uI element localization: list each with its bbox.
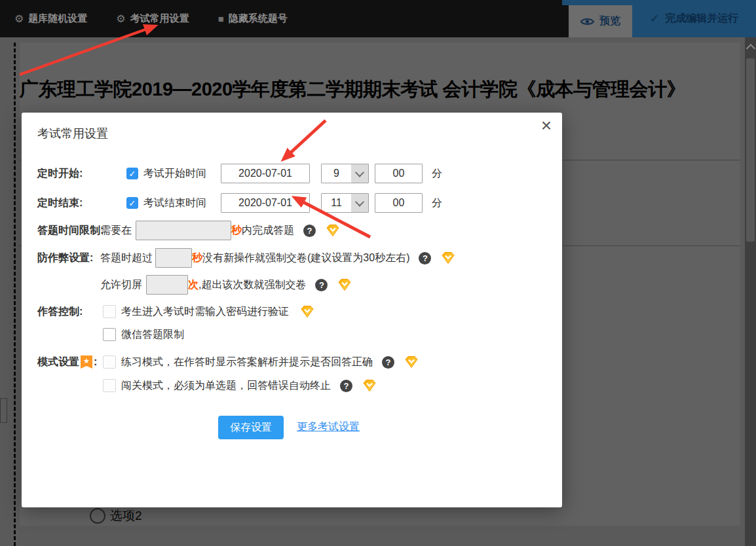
close-icon[interactable]: × <box>541 117 552 135</box>
finish-label: 完成编辑并运行 <box>665 12 738 26</box>
row-label: 作答控制: <box>37 303 83 320</box>
end-date-input[interactable] <box>221 193 310 213</box>
exam-settings-modal: 考试常用设置 × 定时开始: ✓ 考试开始时间 9 分 定时结束: ✓ 考试结束… <box>22 113 562 507</box>
row-wechat-limit: 微信答题限制 <box>22 326 562 343</box>
seconds-unit: 秒 <box>192 251 202 265</box>
end-hour-value: 11 <box>322 194 351 212</box>
start-hour-select[interactable]: 9 <box>321 164 369 183</box>
square-icon: ■ <box>218 14 224 24</box>
times-unit: 次 <box>188 278 198 292</box>
start-time-label: 考试开始时间 <box>143 167 206 181</box>
row-label: 答题时间限制: <box>37 220 104 241</box>
scrollbar-thumb[interactable] <box>746 58 755 242</box>
row-scheduled-start: 定时开始: ✓ 考试开始时间 9 分 <box>22 163 562 184</box>
mode-label: 模式设置 ★ : <box>37 354 97 371</box>
preview-label: 预览 <box>599 14 620 28</box>
time-limit-before: 需要在 <box>100 224 132 238</box>
eye-icon <box>580 17 594 26</box>
end-time-checkbox[interactable]: ✓ <box>126 197 138 209</box>
tab-question-bank-random-settings[interactable]: ⚙ 题库随机设置 <box>14 12 87 25</box>
idle-seconds-input[interactable] <box>155 248 192 268</box>
tab-hide-system-numbers[interactable]: ■ 隐藏系统题号 <box>218 12 288 25</box>
finish-edit-run-button[interactable]: ✓ 完成编辑并运行 <box>632 0 756 37</box>
start-time-checkbox[interactable]: ✓ <box>126 168 138 179</box>
password-checkbox[interactable] <box>103 305 116 318</box>
tab-exam-common-settings[interactable]: ⚙ 考试常用设置 <box>116 12 189 25</box>
row-answer-control: 作答控制: 考生进入考试时需输入密码进行验证 <box>22 303 562 320</box>
top-toolbar: ⚙ 题库随机设置 ⚙ 考试常用设置 ■ 隐藏系统题号 预览 ✓ 完成编辑并运行 <box>0 0 756 37</box>
check-icon: ✓ <box>129 170 136 178</box>
star-badge-icon: ★ <box>81 355 92 369</box>
vip-gem-icon <box>325 224 341 237</box>
check-icon: ✓ <box>129 199 136 208</box>
chevron-down-icon <box>351 194 368 212</box>
help-icon[interactable]: ? <box>382 356 394 369</box>
mode-label-colon: : <box>94 356 97 368</box>
row-screen-switch: 允许切屏 次 ,超出该次数就强制交卷 ? <box>22 274 562 295</box>
mode-label-text: 模式设置 <box>37 355 79 369</box>
save-settings-button[interactable]: 保存设置 <box>218 416 284 439</box>
anti-cheat-before: 答题时超过 <box>100 251 153 265</box>
vertical-scrollbar[interactable] <box>745 37 756 546</box>
switch-count-input[interactable] <box>146 275 188 295</box>
row-mode-practice: 模式设置 ★ : 练习模式，在作答时显示答案解析并提示是否回答正确 ? <box>22 354 562 371</box>
row-anti-cheat: 防作弊设置: 答题时超过 秒 没有新操作就强制交卷(建议设置为30秒左右) ? <box>22 247 562 268</box>
scroll-up-arrow-icon[interactable] <box>746 44 755 53</box>
gear-icon: ⚙ <box>116 14 125 24</box>
modal-title: 考试常用设置 <box>37 126 108 141</box>
end-minute-input[interactable] <box>375 193 423 213</box>
row-time-limit: 答题时间限制: 需要在 秒 内完成答题 ? <box>22 220 562 241</box>
challenge-mode-label: 闯关模式，必须为单选题，回答错误自动终止 <box>121 379 331 393</box>
row-label: 防作弊设置: <box>37 247 93 268</box>
vip-gem-icon <box>299 305 315 318</box>
tab-label: 隐藏系统题号 <box>229 12 288 25</box>
preview-button[interactable]: 预览 <box>569 5 632 37</box>
password-label: 考生进入考试时需输入密码进行验证 <box>121 305 289 319</box>
help-icon[interactable]: ? <box>340 380 352 392</box>
time-limit-input[interactable] <box>136 221 231 240</box>
screen-switch-after: ,超出该次数就强制交卷 <box>198 278 306 292</box>
start-hour-value: 9 <box>322 164 351 183</box>
challenge-mode-checkbox[interactable] <box>103 379 116 392</box>
row-mode-challenge: 闯关模式，必须为单选题，回答错误自动终止 ? <box>22 377 562 394</box>
vip-gem-icon <box>362 379 377 392</box>
more-settings-link[interactable]: 更多考试设置 <box>297 420 360 434</box>
start-date-input[interactable] <box>221 164 310 183</box>
minute-unit-label: 分 <box>432 167 442 181</box>
vip-gem-icon <box>440 251 456 264</box>
star-icon: ★ <box>83 357 90 365</box>
anti-cheat-after: 没有新操作就强制交卷(建议设置为30秒左右) <box>202 251 409 265</box>
end-hour-select[interactable]: 11 <box>321 193 369 213</box>
tab-label: 考试常用设置 <box>130 12 189 25</box>
wechat-label: 微信答题限制 <box>121 328 184 342</box>
vip-gem-icon <box>404 355 419 369</box>
help-icon[interactable]: ? <box>303 225 316 237</box>
gear-icon: ⚙ <box>14 14 24 24</box>
seconds-unit: 秒 <box>231 224 242 238</box>
help-icon[interactable]: ? <box>419 252 431 264</box>
minute-unit-label: 分 <box>432 196 442 210</box>
tab-label: 题库随机设置 <box>28 12 87 25</box>
check-icon: ✓ <box>650 12 659 26</box>
row-label: 定时结束: <box>37 192 83 213</box>
row-scheduled-end: 定时结束: ✓ 考试结束时间 11 分 <box>22 192 562 213</box>
chevron-down-icon <box>351 164 368 183</box>
end-time-label: 考试结束时间 <box>143 196 206 210</box>
start-minute-input[interactable] <box>375 164 423 183</box>
practice-mode-label: 练习模式，在作答时显示答案解析并提示是否回答正确 <box>121 355 373 369</box>
help-icon[interactable]: ? <box>315 279 328 291</box>
vip-gem-icon <box>337 278 352 291</box>
time-limit-after: 内完成答题 <box>242 224 294 238</box>
practice-mode-checkbox[interactable] <box>103 355 116 369</box>
screen-switch-before: 允许切屏 <box>100 278 142 292</box>
toolbar-tabs: ⚙ 题库随机设置 ⚙ 考试常用设置 ■ 隐藏系统题号 <box>14 0 288 37</box>
wechat-checkbox[interactable] <box>103 328 116 341</box>
row-label: 定时开始: <box>37 163 83 184</box>
